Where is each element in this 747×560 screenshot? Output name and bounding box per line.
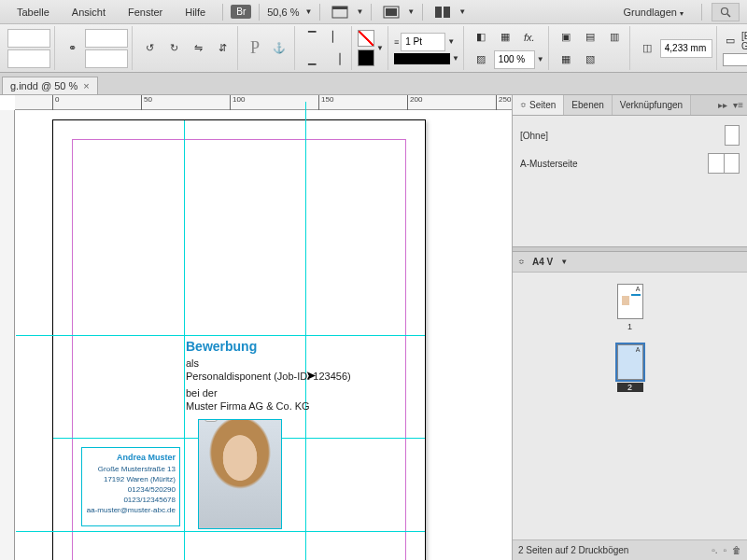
page[interactable]: Bewerbung als Personaldisponent (Job-ID:… bbox=[52, 119, 426, 560]
align-bottom-icon[interactable]: ▁ bbox=[301, 49, 323, 70]
master-badge: A bbox=[636, 346, 641, 353]
frame-fit-icon[interactable]: ◫ bbox=[636, 38, 658, 59]
master-none-row[interactable]: [Ohne] bbox=[520, 121, 740, 149]
menu-hilfe[interactable]: Hilfe bbox=[176, 4, 215, 21]
link-icon[interactable]: ⚭ bbox=[61, 38, 83, 59]
flip-v-icon[interactable]: ⇵ bbox=[211, 38, 233, 59]
master-thumb[interactable] bbox=[708, 153, 740, 174]
guide-vertical[interactable] bbox=[305, 102, 306, 560]
doc-text[interactable]: Muster Firma AG & Co. KG bbox=[186, 400, 310, 412]
doc-text[interactable]: Personaldisponent (Job-ID: 123456) bbox=[186, 371, 351, 382]
flip-h-icon[interactable]: ⇋ bbox=[187, 38, 209, 59]
h-field[interactable] bbox=[85, 49, 128, 68]
panel-menu-icon[interactable]: ▾≡ bbox=[733, 100, 743, 110]
chevron-down-icon[interactable]: ▼ bbox=[407, 7, 415, 16]
stroke-style-preview bbox=[394, 53, 450, 64]
tab-verknuepfungen[interactable]: Verknüpfungen bbox=[613, 95, 691, 115]
svg-line-7 bbox=[727, 14, 730, 17]
stroke-swatch[interactable] bbox=[358, 49, 374, 66]
master-thumb[interactable] bbox=[725, 125, 740, 146]
delete-page-icon[interactable]: 🗑 bbox=[732, 545, 741, 555]
paragraph-icon[interactable]: P bbox=[244, 38, 266, 59]
page-thumb-group[interactable]: A 2 bbox=[617, 344, 643, 392]
y-field[interactable] bbox=[7, 49, 50, 68]
view-mode-icon[interactable] bbox=[328, 3, 352, 21]
doc-text[interactable]: als bbox=[186, 357, 199, 369]
chevron-down-icon[interactable]: ▼ bbox=[376, 44, 384, 52]
text-wrap-bound-icon[interactable]: ▤ bbox=[579, 27, 601, 48]
chevron-down-icon[interactable]: ▼ bbox=[356, 7, 363, 16]
expand-icon[interactable]: ▸▸ bbox=[718, 100, 727, 110]
stroke-weight-field[interactable] bbox=[401, 33, 445, 51]
chevron-down-icon[interactable]: ▼ bbox=[452, 54, 459, 63]
search-button[interactable] bbox=[712, 3, 740, 21]
page-size-row: ≎ A4 V ▼ bbox=[513, 252, 747, 273]
text-wrap-shape-icon[interactable]: ▥ bbox=[603, 27, 626, 48]
align-left-icon[interactable]: ▏ bbox=[325, 27, 347, 48]
doc-text[interactable]: bei der bbox=[186, 387, 218, 399]
ruler-tick: 200 bbox=[407, 95, 422, 110]
page-number: 2 bbox=[617, 383, 643, 392]
pasteboard[interactable]: Bewerbung als Personaldisponent (Job-ID:… bbox=[15, 110, 512, 560]
blend-icon[interactable]: ▨ bbox=[470, 49, 492, 70]
collapse-icon[interactable]: ≎ bbox=[518, 258, 525, 266]
tab-ebenen[interactable]: Ebenen bbox=[564, 95, 612, 115]
anchor-icon[interactable]: ⚓ bbox=[268, 38, 290, 59]
photo-frame[interactable]: ⚭ bbox=[198, 419, 282, 529]
opacity-icon[interactable]: ▦ bbox=[494, 27, 516, 48]
page-thumb[interactable]: A bbox=[617, 284, 643, 319]
guide-horizontal[interactable] bbox=[16, 531, 425, 532]
master-label: [Ohne] bbox=[520, 131, 548, 141]
zoom-level[interactable]: 50,6 % bbox=[267, 7, 299, 18]
guide-horizontal[interactable] bbox=[16, 335, 425, 336]
chevron-down-icon[interactable]: ▼ bbox=[537, 55, 544, 63]
svg-rect-4 bbox=[435, 7, 442, 18]
separator bbox=[259, 4, 260, 21]
page-number: 1 bbox=[617, 322, 643, 331]
text-wrap-none-icon[interactable]: ▣ bbox=[555, 27, 577, 48]
menu-tabelle[interactable]: Tabelle bbox=[7, 4, 59, 21]
fx-icon[interactable]: fx. bbox=[518, 27, 541, 48]
menubar: Tabelle Ansicht Fenster Hilfe Br 50,6 % … bbox=[0, 0, 747, 24]
style-preview[interactable] bbox=[723, 53, 747, 66]
menu-ansicht[interactable]: Ansicht bbox=[63, 4, 115, 21]
align-right-icon[interactable]: ▕ bbox=[325, 49, 347, 70]
edit-page-icon[interactable]: ▫. bbox=[712, 545, 717, 555]
rotate-ccw-icon[interactable]: ↺ bbox=[138, 38, 161, 59]
new-page-icon[interactable]: ▫ bbox=[723, 545, 726, 555]
scale-field[interactable] bbox=[494, 50, 535, 69]
canvas-area[interactable]: 0 50 100 150 200 250 Bewerbung als Perso… bbox=[0, 95, 512, 560]
bridge-button[interactable]: Br bbox=[231, 5, 251, 19]
guide-vertical[interactable] bbox=[184, 120, 185, 560]
text-wrap-col-icon[interactable]: ▧ bbox=[579, 49, 601, 70]
control-toolbar: ⚭ ↺ ↻ ⇋ ⇵ P ⚓ ▔ ▁ ▏ ▕ ▼ ≡ bbox=[0, 24, 747, 73]
doc-title[interactable]: Bewerbung bbox=[186, 339, 257, 354]
svg-rect-1 bbox=[332, 7, 347, 9]
object-style-icon[interactable]: ▭ bbox=[723, 31, 739, 51]
align-top-icon[interactable]: ▔ bbox=[301, 27, 323, 48]
close-icon[interactable]: × bbox=[83, 80, 89, 91]
x-field[interactable] bbox=[7, 29, 50, 48]
text-wrap-jump-icon[interactable]: ▦ bbox=[555, 49, 577, 70]
arrange-icon[interactable] bbox=[430, 3, 455, 21]
chevron-down-icon[interactable]: ▼ bbox=[305, 7, 313, 16]
document-tab[interactable]: g.indd @ 50 % × bbox=[2, 77, 98, 94]
chevron-down-icon[interactable]: ▼ bbox=[560, 258, 568, 266]
chevron-down-icon[interactable]: ▼ bbox=[447, 37, 455, 46]
effects-icon[interactable]: ◧ bbox=[470, 27, 492, 48]
tab-seiten[interactable]: ≎Seiten bbox=[513, 95, 564, 115]
rotate-cw-icon[interactable]: ↻ bbox=[162, 38, 185, 59]
w-field[interactable] bbox=[85, 29, 128, 48]
fill-swatch[interactable] bbox=[358, 30, 374, 47]
master-a-row[interactable]: A-Musterseite bbox=[520, 149, 740, 177]
workspace-dropdown[interactable]: Grundlagen ▾ bbox=[614, 4, 692, 21]
menu-fenster[interactable]: Fenster bbox=[119, 4, 172, 21]
page-thumb[interactable]: A bbox=[617, 344, 643, 380]
chevron-down-icon[interactable]: ▼ bbox=[458, 7, 466, 16]
offset-field[interactable] bbox=[660, 39, 712, 58]
page-size-label[interactable]: A4 V bbox=[532, 257, 553, 267]
contact-frame[interactable]: Andrea Muster Große Musterstraße 13 1719… bbox=[81, 447, 180, 526]
screen-mode-icon[interactable] bbox=[379, 3, 403, 21]
masters-section: [Ohne] A-Musterseite bbox=[513, 116, 747, 246]
page-thumb-group[interactable]: A 1 bbox=[617, 284, 643, 331]
